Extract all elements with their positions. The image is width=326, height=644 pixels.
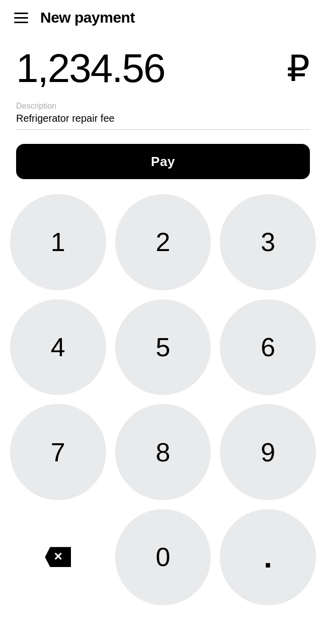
currency-symbol: ₽ (287, 50, 310, 87)
key-1[interactable]: 1 (10, 194, 106, 290)
key-7[interactable]: 7 (10, 404, 106, 500)
header: New payment (0, 0, 326, 33)
page-title: New payment (40, 9, 135, 26)
key-2[interactable]: 2 (115, 194, 211, 290)
key-dot[interactable]: . (220, 509, 316, 605)
key-9[interactable]: 9 (220, 404, 316, 500)
key-6[interactable]: 6 (220, 299, 316, 395)
backspace-icon: ✕ (45, 547, 71, 567)
pay-button[interactable]: Pay (16, 144, 310, 179)
key-8[interactable]: 8 (115, 404, 211, 500)
key-backspace[interactable]: ✕ (10, 509, 106, 605)
amount-display: 1,234.56 (16, 48, 165, 89)
key-0[interactable]: 0 (115, 509, 211, 605)
numpad: 1 2 3 4 5 6 7 8 9 ✕ 0 . (0, 189, 326, 615)
key-4[interactable]: 4 (10, 299, 106, 395)
description-label: Description (16, 102, 310, 111)
key-5[interactable]: 5 (115, 299, 211, 395)
pay-button-section: Pay (0, 130, 326, 189)
menu-button[interactable] (14, 13, 28, 23)
description-value[interactable]: Refrigerator repair fee (16, 113, 310, 130)
description-section: Description Refrigerator repair fee (0, 94, 326, 130)
amount-section: 1,234.56 ₽ (0, 33, 326, 94)
key-3[interactable]: 3 (220, 194, 316, 290)
